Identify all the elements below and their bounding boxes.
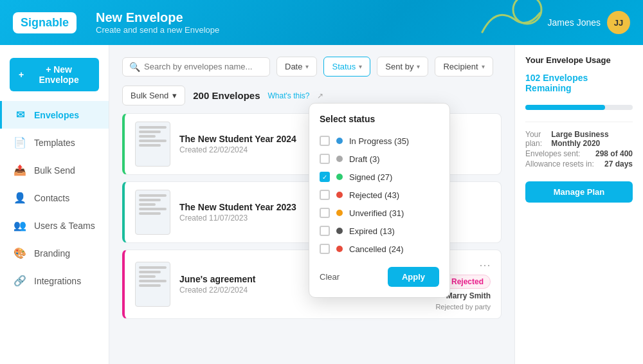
header-user[interactable]: James Jones JJ xyxy=(548,11,630,34)
chevron-down-icon: ▾ xyxy=(305,63,309,70)
status-dropdown: Select status In Progress (35) Draft (3)… xyxy=(309,103,450,298)
sidebar-item-label: Bulk Send xyxy=(34,165,75,176)
cancelled-checkbox[interactable] xyxy=(320,244,330,254)
header: Signable New Envelope Create and send a … xyxy=(0,0,643,45)
status-item-draft[interactable]: Draft (3) xyxy=(320,150,439,168)
sidebar-item-bulk-send[interactable]: 📤 Bulk Send xyxy=(0,156,109,184)
search-input[interactable] xyxy=(144,62,263,71)
draft-label: Draft (3) xyxy=(349,154,380,164)
chevron-down-icon: ▾ xyxy=(172,91,177,100)
thumb-line xyxy=(139,203,156,206)
search-box[interactable]: 🔍 xyxy=(122,57,270,77)
thumb-line xyxy=(139,271,161,273)
unverified-checkbox[interactable] xyxy=(320,208,330,218)
rejected-dot xyxy=(336,192,343,198)
sidebar-item-branding[interactable]: 🎨 Branding xyxy=(0,239,109,267)
sidebar-item-label: Integrations xyxy=(34,276,81,286)
sidebar-item-templates[interactable]: 📄 Templates xyxy=(0,129,109,156)
user-name: James Jones xyxy=(548,17,601,28)
search-icon: 🔍 xyxy=(129,62,140,72)
status-item-unverified[interactable]: Unverified (31) xyxy=(320,204,439,222)
bulk-send-icon: 📤 xyxy=(14,164,26,176)
whats-this-link[interactable]: What's this? xyxy=(268,91,310,100)
sidebar-item-label: Contacts xyxy=(34,193,69,203)
more-options-button[interactable]: ⋯ xyxy=(479,258,491,272)
usage-resets-row: Allowance resets in: 27 days xyxy=(525,159,633,168)
date-filter-button[interactable]: Date ▾ xyxy=(276,57,317,77)
status-item-rejected[interactable]: Rejected (43) xyxy=(320,186,439,204)
signed-label: Signed (27) xyxy=(349,172,392,182)
thumb-line xyxy=(139,212,161,215)
usage-plan-row: Your plan: Large Business Monthly 2020 xyxy=(525,130,633,148)
signed-checkbox[interactable]: ✓ xyxy=(320,172,330,182)
clear-button[interactable]: Clear xyxy=(320,272,340,282)
unverified-dot xyxy=(336,210,343,216)
plan-value: Large Business Monthly 2020 xyxy=(551,130,633,148)
header-decoration xyxy=(469,0,547,45)
resets-label: Allowance resets in: xyxy=(525,159,594,168)
usage-title: Your Envelope Usage xyxy=(525,55,633,65)
status-item-signed[interactable]: ✓ Signed (27) xyxy=(320,168,439,186)
toolbar: 🔍 Date ▾ Status ▾ Sent by ▾ Recipient ▾ xyxy=(122,57,502,77)
draft-checkbox[interactable] xyxy=(320,154,330,164)
sidebar-item-label: Templates xyxy=(34,138,75,148)
expired-dot xyxy=(336,228,343,234)
envelope-icon: ✉ xyxy=(14,109,26,121)
sidebar-item-label: Branding xyxy=(34,248,70,259)
thumb-line xyxy=(139,194,167,197)
progress-bar-background xyxy=(525,105,633,110)
sidebar-item-label: Envelopes xyxy=(34,110,79,120)
sidebar-item-label: Users & Teams xyxy=(34,221,95,231)
in-progress-checkbox[interactable] xyxy=(320,136,330,146)
cancelled-dot xyxy=(336,246,343,252)
thumb-line xyxy=(139,135,156,138)
in-progress-dot xyxy=(336,138,343,144)
resets-value: 27 days xyxy=(604,159,633,168)
templates-icon: 📄 xyxy=(14,136,26,149)
envelope-thumbnail xyxy=(135,190,170,235)
draft-dot xyxy=(336,156,343,162)
thumb-line xyxy=(139,266,167,269)
expired-label: Expired (13) xyxy=(349,226,395,236)
chevron-down-icon: ▾ xyxy=(359,63,362,70)
thumb-line xyxy=(139,140,167,142)
rejected-checkbox[interactable] xyxy=(320,190,330,200)
badge-label: Rejected xyxy=(451,277,484,286)
unverified-label: Unverified (31) xyxy=(349,208,404,218)
status-item-cancelled[interactable]: Cancelled (24) xyxy=(320,240,439,258)
external-link-icon: ↗ xyxy=(317,91,323,100)
dropdown-actions: Clear Apply xyxy=(320,267,439,287)
signed-dot xyxy=(336,174,343,180)
expired-checkbox[interactable] xyxy=(320,226,330,236)
bulk-send-button[interactable]: Bulk Send ▾ xyxy=(122,86,185,105)
sidebar-item-users-teams[interactable]: 👥 Users & Teams xyxy=(0,212,109,239)
new-envelope-button[interactable]: + + New Envelope xyxy=(10,58,99,91)
sidebar-item-envelopes[interactable]: ✉ Envelopes xyxy=(0,101,109,129)
status-item-expired[interactable]: Expired (13) xyxy=(320,222,439,240)
plan-label: Your plan: xyxy=(525,130,551,148)
envelope-thumbnail xyxy=(135,262,170,307)
main-layout: + + New Envelope ✉ Envelopes 📄 Templates… xyxy=(0,45,643,364)
envelope-thumbnail xyxy=(135,122,170,167)
integrations-icon: 🔗 xyxy=(14,275,26,287)
content-main: 🔍 Date ▾ Status ▾ Sent by ▾ Recipient ▾ xyxy=(109,45,514,364)
manage-plan-button[interactable]: Manage Plan xyxy=(525,181,633,203)
thumb-line xyxy=(139,144,161,147)
status-item-in-progress[interactable]: In Progress (35) xyxy=(320,132,439,150)
sidebar-item-integrations[interactable]: 🔗 Integrations xyxy=(0,267,109,295)
branding-icon: 🎨 xyxy=(14,247,26,259)
thumb-line xyxy=(139,275,156,278)
apply-button[interactable]: Apply xyxy=(388,267,439,287)
status-filter-button[interactable]: Status ▾ xyxy=(323,57,370,77)
recipient-filter-button[interactable]: Recipient ▾ xyxy=(435,57,493,77)
sent-value: 298 of 400 xyxy=(595,149,633,158)
thumb-line xyxy=(139,280,167,282)
sent-by-filter-button[interactable]: Sent by ▾ xyxy=(377,57,428,77)
thumb-line xyxy=(139,284,161,287)
plus-icon: + xyxy=(19,69,24,80)
envelope-count: 200 Envelopes xyxy=(193,90,260,101)
chevron-down-icon: ▾ xyxy=(417,63,420,70)
chevron-down-icon: ▾ xyxy=(482,63,485,70)
sidebar-item-contacts[interactable]: 👤 Contacts xyxy=(0,184,109,212)
contacts-icon: 👤 xyxy=(14,192,26,204)
